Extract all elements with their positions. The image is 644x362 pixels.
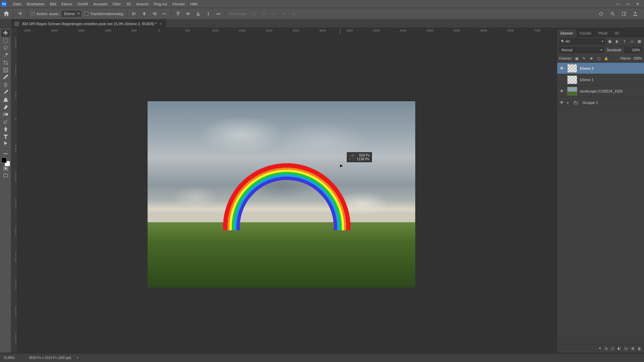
align-bottom-icon[interactable] [195,10,202,17]
layer-visibility-toggle[interactable]: 👁 [559,89,565,94]
layer-visibility-toggle[interactable]: 👁 [559,100,565,105]
window-minimize-button[interactable]: — [612,2,623,6]
panel-tab-kanäle[interactable]: Kanäle [577,29,595,37]
ruler-origin[interactable] [11,28,17,34]
link-layers-icon[interactable]: ⚭ [598,346,601,351]
menu-3d[interactable]: 3D [123,2,133,6]
move-tool-icon[interactable] [17,10,24,17]
type-tool[interactable] [1,133,10,140]
distribute-h-icon[interactable] [161,10,168,17]
menu-schrift[interactable]: Schrift [75,2,91,6]
magic-wand-tool[interactable] [1,52,10,59]
frame-tool[interactable] [1,66,10,74]
foreground-background-colors[interactable] [1,157,10,165]
lock-all-icon[interactable]: 🔒 [603,56,609,61]
filter-adjustment-icon[interactable]: ◐ [614,39,620,44]
layer-row[interactable]: 👁landscape-2130524_1920 [557,85,644,97]
dodge-tool[interactable] [1,118,10,125]
align-left-icon[interactable] [131,10,138,17]
auto-select-checkbox[interactable] [31,12,35,15]
menu-bild[interactable]: Bild [47,2,59,6]
layer-group-icon[interactable]: 🗀 [624,347,628,351]
layer-name[interactable]: Ebene 2 [580,66,594,70]
menu-auswahl[interactable]: Auswahl [91,2,110,6]
layer-thumbnail[interactable] [567,75,577,84]
move-tool[interactable] [1,29,10,37]
panel-tab-3d[interactable]: 3D [611,29,623,37]
share-icon[interactable] [632,10,639,17]
eraser-tool[interactable] [1,103,10,111]
clone-stamp-tool[interactable] [1,96,10,103]
canvas-image[interactable] [148,101,415,288]
transform-controls-checkbox[interactable] [85,12,88,15]
layer-name[interactable]: landscape-2130524_1920 [580,89,623,93]
delete-layer-icon[interactable]: 🗑 [638,347,641,351]
align-right-icon[interactable] [151,10,158,17]
menu-hilfe[interactable]: Hilfe [187,2,200,6]
layer-visibility-toggle[interactable]: 👁 [559,66,565,71]
canvas-viewport[interactable]: ▸ →i : 654 Px ↑ : 1138 Px [17,34,557,353]
menu-bearbeiten[interactable]: Bearbeiten [24,2,47,6]
menu-datei[interactable]: Datei [10,2,24,6]
filter-shape-icon[interactable]: ▱ [629,39,635,44]
new-layer-icon[interactable]: ⊞ [631,346,634,351]
edit-toolbar-button[interactable]: ••• [1,150,10,157]
layer-thumbnail[interactable] [567,64,577,73]
distribute-v-icon[interactable] [205,10,212,17]
lock-image-icon[interactable]: ✎ [581,56,587,61]
document-dimensions[interactable]: 4936 Px x 3319 Px (300 ppi) [29,356,71,360]
lock-position-icon[interactable]: ✥ [589,56,594,61]
menu-plug-ins[interactable]: Plug-ins [151,2,170,6]
healing-brush-tool[interactable] [1,81,10,88]
crop-tool[interactable] [1,59,10,66]
screen-mode-button[interactable] [1,172,10,179]
zoom-level[interactable]: 15,89% [3,356,23,360]
window-restore-button[interactable]: ▭ [623,2,633,6]
layer-row[interactable]: Ebene 1 [557,74,644,85]
vertical-ruler[interactable]: 1 5 0 01 0 0 05 0 005 0 01 0 0 01 5 0 02… [11,34,17,353]
home-button[interactable] [3,10,10,17]
menu-fenster[interactable]: Fenster [170,2,187,6]
adjustment-layer-icon[interactable]: ◐ [618,346,621,351]
blend-mode-dropdown[interactable]: Normal [559,47,604,53]
lock-artboard-icon[interactable]: ▢ [596,56,601,61]
layer-fx-icon[interactable]: fx [605,347,608,351]
window-close-button[interactable]: ✕ [633,2,643,6]
menu-ansicht[interactable]: Ansicht [133,2,151,6]
marquee-tool[interactable] [1,37,10,44]
eyedropper-tool[interactable] [1,74,10,81]
menu-filter[interactable]: Filter [110,2,123,6]
more-align-icon[interactable]: ••• [215,10,222,17]
layer-row[interactable]: 👁▸🗀Gruppe 1 [557,97,644,108]
lasso-tool[interactable] [1,44,10,52]
panel-tab-ebenen[interactable]: Ebenen [557,29,577,37]
layer-row[interactable]: 👁Ebene 2 [557,63,644,74]
status-more-arrow[interactable]: > [76,356,78,360]
auto-select-target-dropdown[interactable]: Ebene [62,11,81,17]
filter-type-icon[interactable]: T [622,39,627,44]
brush-tool[interactable] [1,88,10,96]
align-center-h-icon[interactable] [141,10,148,17]
opacity-input[interactable]: 100% [625,47,642,53]
layer-mask-icon[interactable]: ◻ [611,346,614,351]
lock-transparency-icon[interactable]: ▦ [574,56,579,61]
panel-tab-pfade[interactable]: Pfade [595,29,611,37]
filter-smart-icon[interactable]: ▦ [637,39,642,44]
layer-name[interactable]: Ebene 1 [580,78,594,82]
close-tab-button[interactable]: × [159,22,161,26]
filter-pixel-icon[interactable]: ▣ [607,39,612,44]
cloud-docs-icon[interactable] [598,10,604,17]
layer-filter-dropdown[interactable]: 🔍 Art ▾ [559,39,605,44]
layer-name[interactable]: Gruppe 1 [583,101,598,105]
group-expand-arrow[interactable]: ▸ [567,101,571,104]
search-icon[interactable] [609,10,616,17]
document-tab[interactable]: 300 DPI Regen Schnee Regenbogen erstelle… [11,19,166,28]
fill-input[interactable]: 100% [633,57,642,60]
path-select-tool[interactable] [1,140,10,147]
workspace-icon[interactable] [621,10,627,17]
layer-thumbnail[interactable] [567,87,577,96]
align-center-v-icon[interactable] [185,10,192,17]
gradient-tool[interactable] [1,111,10,118]
menu-ebene[interactable]: Ebene [59,2,75,6]
align-top-icon[interactable] [175,10,181,17]
